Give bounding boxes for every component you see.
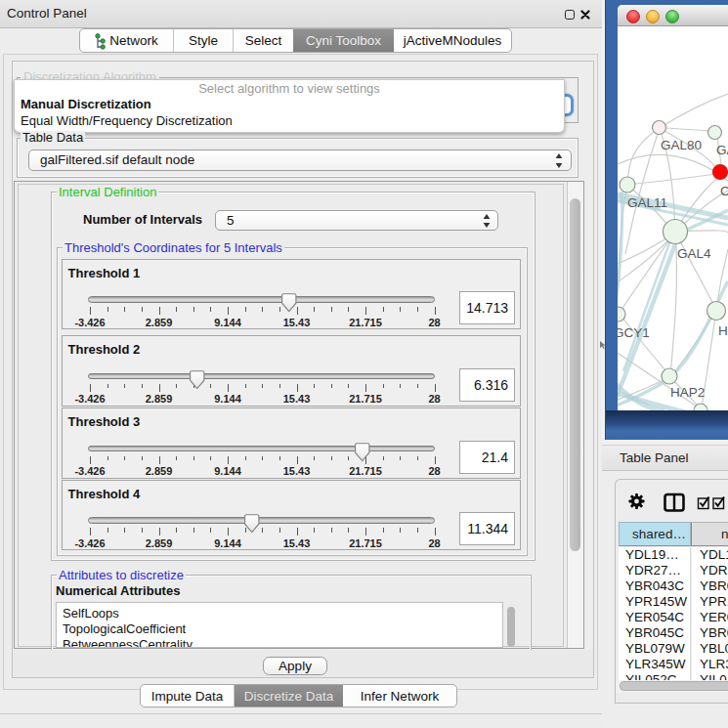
svg-text:H: H	[718, 323, 728, 338]
svg-text:HAP2: HAP2	[670, 385, 705, 400]
svg-text:C: C	[720, 184, 728, 198]
svg-text:GAL4: GAL4	[677, 246, 711, 261]
svg-text:GAL11: GAL11	[627, 195, 667, 210]
svg-text:GCY1: GCY1	[618, 325, 650, 340]
svg-text:GA: GA	[716, 143, 728, 157]
svg-text:GAL80: GAL80	[661, 138, 702, 152]
